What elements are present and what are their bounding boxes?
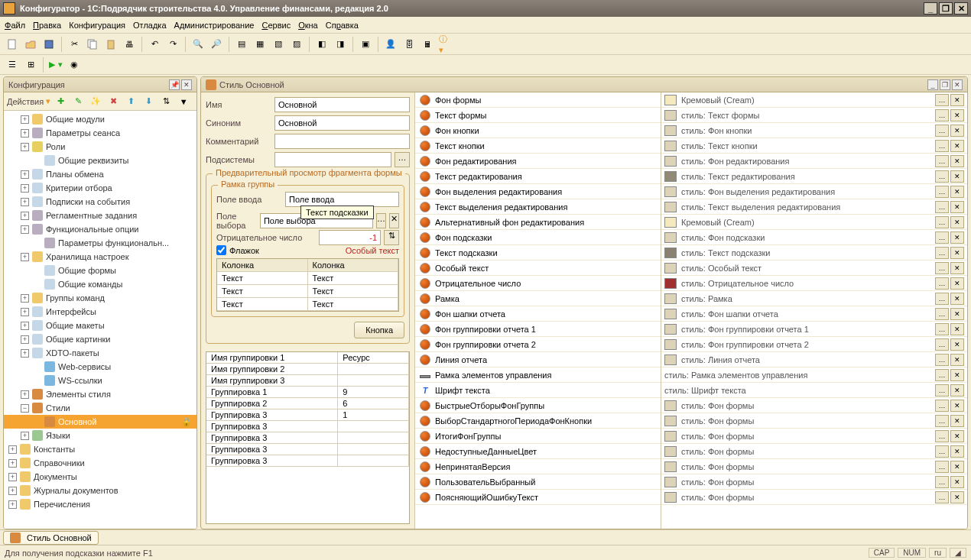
style-item[interactable]: ВыборСтандартногоПериодаФонКнопки [415, 413, 661, 429]
neg-number-input[interactable] [319, 230, 381, 245]
expander-icon[interactable]: + [21, 253, 29, 261]
value-clear-button[interactable]: ✕ [950, 247, 964, 259]
value-clear-button[interactable]: ✕ [950, 445, 964, 458]
style-item[interactable]: Рамка элементов управления [415, 367, 661, 383]
expander-icon[interactable]: + [21, 294, 29, 303]
value-clear-button[interactable]: ✕ [950, 170, 964, 183]
copy-icon[interactable] [85, 37, 100, 52]
expander-icon[interactable]: − [21, 404, 29, 413]
value-row[interactable]: Кремовый (Cream)…✕ [661, 215, 967, 230]
value-browse-button[interactable]: … [935, 201, 949, 213]
config-tree[interactable]: +Общие модули+Параметры сеанса+РолиОбщие… [4, 111, 196, 529]
expander-icon[interactable]: + [21, 170, 29, 179]
tree-item[interactable]: +Константы [4, 442, 196, 456]
expander-icon[interactable]: + [21, 225, 29, 234]
value-clear-button[interactable]: ✕ [950, 109, 964, 121]
value-row[interactable]: стиль: Фон формы…✕ [661, 474, 967, 490]
value-browse-button[interactable]: … [935, 293, 949, 305]
tree-item[interactable]: +Роли [4, 140, 196, 154]
value-browse-button[interactable]: … [935, 94, 949, 106]
tree-item[interactable]: +Языки [4, 429, 196, 442]
style-item[interactable]: Альтернативный фон редактирования [415, 215, 661, 230]
expander-icon[interactable]: + [21, 308, 29, 316]
value-row[interactable]: стиль: Текст редактирования…✕ [661, 169, 967, 184]
tree-item[interactable]: +Параметры сеанса [4, 126, 196, 140]
style-item[interactable]: Текст кнопки [415, 138, 661, 154]
expander-icon[interactable]: + [8, 487, 17, 495]
ct-edit-icon[interactable]: ✎ [70, 94, 86, 109]
paste-icon[interactable] [103, 37, 119, 52]
value-clear-button[interactable]: ✕ [950, 461, 964, 473]
tree-item[interactable]: +Журналы документов [4, 484, 196, 497]
name-input[interactable] [274, 97, 410, 112]
value-clear-button[interactable]: ✕ [950, 400, 964, 412]
style-item[interactable]: ПоясняющийОшибкуТекст [415, 490, 661, 505]
tree-item[interactable]: +Интерфейсы [4, 305, 196, 319]
comment-input[interactable] [274, 134, 410, 149]
maximize-button[interactable]: ❐ [939, 2, 953, 15]
grid-row[interactable]: Группировка 3 [206, 455, 409, 467]
ct-filter-icon[interactable]: ▼ [176, 94, 191, 109]
expander-icon[interactable]: + [8, 473, 17, 481]
menu-admin[interactable]: Администрирование [174, 21, 255, 30]
tree-item[interactable]: Web-сервисы [4, 360, 196, 374]
print-icon[interactable]: 🖶 [122, 37, 137, 52]
value-browse-button[interactable]: … [935, 262, 949, 274]
value-browse-button[interactable]: … [935, 338, 949, 351]
value-row[interactable]: стиль: Особый текст…✕ [661, 261, 967, 276]
subsystems-input[interactable] [274, 152, 391, 167]
new-icon[interactable] [5, 37, 20, 52]
value-browse-button[interactable]: … [935, 308, 949, 320]
style-item[interactable]: Фон редактирования [415, 154, 661, 169]
ct-sort-icon[interactable]: ⇅ [158, 94, 174, 109]
panel-close-icon[interactable]: ✕ [181, 79, 192, 90]
style-item[interactable]: Фон кнопки [415, 123, 661, 138]
style-item[interactable]: Текст формы [415, 108, 661, 123]
tree-item[interactable]: Параметры функциональн... [4, 236, 196, 250]
tree-item[interactable]: +Справочники [4, 456, 196, 470]
value-row[interactable]: стиль: Фон шапки отчета…✕ [661, 306, 967, 322]
value-browse-button[interactable]: … [935, 430, 949, 442]
value-clear-button[interactable]: ✕ [950, 125, 964, 137]
value-browse-button[interactable]: … [935, 476, 949, 488]
tree-item[interactable]: +Документы [4, 470, 196, 484]
value-row[interactable]: стиль: Шрифт текста…✕ [661, 383, 967, 398]
value-browse-button[interactable]: … [935, 277, 949, 290]
tree-item[interactable]: +Элементы стиля [4, 387, 196, 401]
tree-item[interactable]: +Критерии отбора [4, 181, 196, 195]
grouping-grid[interactable]: Имя группировки 1РесурсИмя группировки 2… [206, 351, 410, 524]
expander-icon[interactable]: + [8, 445, 17, 454]
style-item[interactable]: БыстрыеОтборыФонГруппы [415, 398, 661, 413]
style-item[interactable]: Фон подсказки [415, 230, 661, 245]
value-browse-button[interactable]: … [935, 323, 949, 335]
tree-item[interactable]: +Хранилища настроек [4, 250, 196, 264]
style-item[interactable]: Текст подсказки [415, 245, 661, 261]
open-icon[interactable] [23, 37, 38, 52]
value-row[interactable]: стиль: Фон кнопки…✕ [661, 123, 967, 138]
grid-row[interactable]: Имя группировки 2 [206, 364, 409, 375]
style-item[interactable]: Фон выделения редактирования [415, 184, 661, 199]
value-browse-button[interactable]: … [935, 445, 949, 458]
panel-pin-icon[interactable]: 📌 [169, 79, 180, 90]
expander-icon[interactable]: + [8, 459, 17, 468]
value-browse-button[interactable]: … [935, 369, 949, 381]
close-button[interactable]: ✕ [954, 2, 968, 15]
calc-icon[interactable]: 🖩 [420, 37, 435, 52]
grid-row[interactable]: Имя группировки 3 [206, 375, 409, 387]
value-clear-button[interactable]: ✕ [950, 201, 964, 213]
value-browse-button[interactable]: … [935, 155, 949, 167]
value-clear-button[interactable]: ✕ [950, 186, 964, 198]
menu-help[interactable]: Справка [326, 21, 359, 30]
undo-icon[interactable]: ↶ [147, 37, 162, 52]
select-clear-button[interactable]: ✕ [389, 213, 399, 228]
value-clear-button[interactable]: ✕ [950, 262, 964, 274]
grid-row[interactable]: Группировка 19 [206, 387, 409, 398]
tree-item[interactable]: +XDTO-пакеты [4, 346, 196, 360]
value-row[interactable]: стиль: Текст кнопки…✕ [661, 138, 967, 154]
tree-item[interactable]: +Общие картинки [4, 332, 196, 346]
value-browse-button[interactable]: … [935, 186, 949, 198]
style-item[interactable]: Текст выделения редактирования [415, 199, 661, 215]
find-icon[interactable]: 🔍 [190, 37, 206, 52]
value-browse-button[interactable]: … [935, 109, 949, 121]
tree-item[interactable]: WS-ссылки [4, 374, 196, 387]
